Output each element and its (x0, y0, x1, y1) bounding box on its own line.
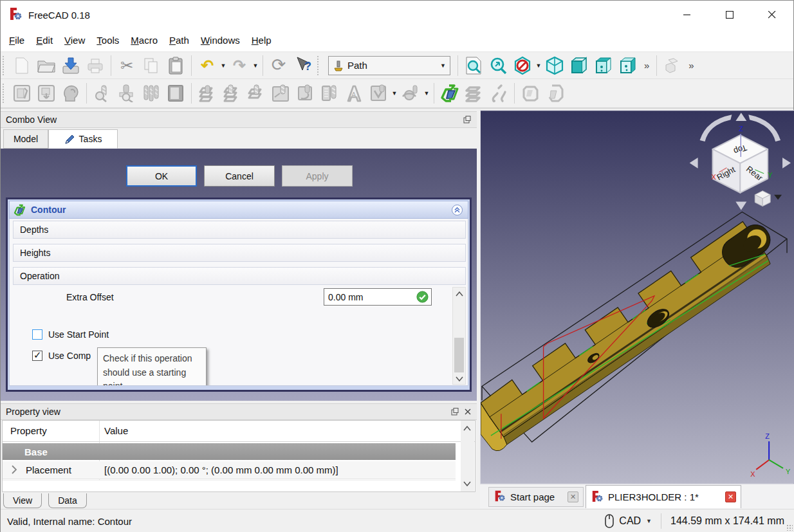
group-depths[interactable]: Depths (13, 221, 466, 239)
nav-style-selector[interactable]: CAD (619, 515, 641, 527)
path-stop-button[interactable] (542, 82, 567, 105)
use-start-point-row[interactable]: Use Start Point (32, 329, 109, 340)
maximize-button[interactable] (708, 1, 751, 29)
float-panel-icon[interactable] (451, 408, 459, 416)
minimize-button[interactable] (666, 1, 708, 29)
menu-tools[interactable]: Tools (91, 31, 125, 50)
zoom-selection-button[interactable] (486, 54, 510, 77)
path-shape-button[interactable] (486, 82, 511, 105)
close-tab-icon[interactable]: ✕ (725, 491, 736, 502)
3d-viewport[interactable]: Top Right Rear Z X Y Z X Y (480, 110, 794, 484)
path-vcarve-dropdown[interactable]: ▼ (391, 90, 398, 96)
scroll-down-icon[interactable] (461, 477, 473, 490)
use-compensation-checkbox[interactable] (32, 351, 42, 361)
toolbar-grip[interactable] (317, 56, 322, 75)
path-face-button[interactable] (268, 82, 293, 105)
nav-style-dropdown-icon[interactable]: ▼ (646, 518, 652, 524)
tab-tasks[interactable]: Tasks (48, 129, 118, 149)
view-isometric-button[interactable] (542, 54, 567, 77)
float-panel-icon[interactable] (463, 116, 471, 124)
property-scrollbar[interactable] (461, 421, 474, 491)
path-surface-dropdown[interactable]: ▼ (423, 90, 430, 96)
path-sanity-button[interactable] (90, 82, 115, 105)
path-toolbit-button[interactable] (139, 82, 163, 105)
toolbar-grip[interactable] (3, 56, 8, 75)
draw-style-button[interactable] (510, 54, 535, 77)
path-array-button[interactable] (462, 82, 486, 105)
group-row-base[interactable]: Base (3, 443, 456, 460)
path-adaptive-button[interactable] (317, 82, 342, 105)
copy-button[interactable] (139, 54, 163, 77)
apply-button[interactable]: Apply (282, 165, 353, 187)
open-document-button[interactable] (34, 54, 59, 77)
close-panel-icon[interactable] (465, 408, 471, 415)
undo-dropdown[interactable]: ▼ (219, 62, 227, 69)
ok-button[interactable]: OK (126, 165, 197, 187)
path-simulator-button[interactable] (115, 82, 139, 105)
path-profile-button[interactable] (195, 82, 219, 105)
whats-this-button[interactable]: ? (291, 54, 315, 77)
scrollbar-thumb[interactable] (454, 338, 464, 372)
tab-view[interactable]: View (3, 493, 42, 508)
scroll-up-icon[interactable] (461, 422, 473, 435)
path-pocket-button[interactable] (219, 82, 244, 105)
extra-offset-input[interactable]: 0.00 mm (324, 288, 432, 306)
menu-macro[interactable]: Macro (125, 31, 163, 50)
view-top-button[interactable] (591, 54, 616, 77)
group-operation[interactable]: Operation (13, 267, 466, 285)
group-heights[interactable]: Heights (13, 244, 466, 262)
new-document-button[interactable] (10, 54, 34, 77)
path-job-button[interactable] (10, 82, 34, 105)
column-value[interactable]: Value (104, 425, 128, 436)
property-row-placement[interactable]: Placement [(0.00 0.00 1.00); 0.00 °; (0.… (3, 461, 456, 479)
redo-button[interactable]: ↷ (227, 54, 252, 77)
contour-section-header[interactable]: Contour (9, 201, 468, 219)
path-engrave-button[interactable]: A (342, 82, 366, 105)
path-comment-button[interactable] (518, 82, 542, 105)
menu-help[interactable]: Help (246, 31, 277, 50)
close-button[interactable] (751, 1, 793, 29)
scroll-down-icon[interactable] (453, 372, 465, 385)
view-right-button[interactable] (616, 54, 640, 77)
toolbar-grip[interactable] (3, 84, 8, 103)
paste-button[interactable] (163, 54, 188, 77)
workbench-selector[interactable]: Path ▼ (328, 56, 450, 75)
path-contour-button[interactable] (438, 82, 462, 105)
menu-edit[interactable]: Edit (30, 31, 59, 50)
resize-grip[interactable] (786, 524, 793, 531)
path-helix-button[interactable] (293, 82, 317, 105)
use-compensation-row[interactable]: Use Comp (32, 351, 91, 361)
undo-button[interactable]: ↶ (195, 54, 219, 77)
cut-button[interactable]: ✂ (115, 54, 139, 77)
refresh-button[interactable]: ⟳ (266, 54, 291, 77)
menu-file[interactable]: File (3, 31, 30, 50)
path-export-button[interactable] (34, 82, 59, 105)
view-front-button[interactable] (567, 54, 591, 77)
print-button[interactable] (83, 54, 107, 77)
menu-path[interactable]: Path (163, 31, 195, 50)
path-inspect-button[interactable] (59, 82, 83, 105)
save-button[interactable] (59, 54, 83, 77)
path-vcarve-button[interactable] (366, 82, 391, 105)
menu-view[interactable]: View (59, 31, 91, 50)
draw-style-dropdown[interactable]: ▼ (535, 62, 542, 69)
path-drilling-button[interactable] (244, 82, 268, 105)
tab-plier3holder[interactable]: PLIER3HOLDER : 1* ✕ (586, 485, 741, 508)
tab-data[interactable]: Data (48, 493, 87, 508)
path-surface-button[interactable] (398, 82, 423, 105)
toolbar-overflow[interactable]: » (685, 60, 697, 71)
path-toollibrary-button[interactable] (163, 82, 188, 105)
tab-model[interactable]: Model (3, 129, 48, 149)
scroll-up-icon[interactable] (453, 288, 465, 300)
tab-start-page[interactable]: Start page ✕ (488, 487, 584, 507)
column-property[interactable]: Property (10, 425, 47, 436)
part-tools-button[interactable] (660, 54, 685, 77)
fit-all-button[interactable] (461, 54, 486, 77)
menu-windows[interactable]: Windows (195, 31, 246, 50)
collapse-section-button[interactable] (452, 205, 463, 216)
redo-dropdown[interactable]: ▼ (252, 62, 259, 69)
property-view-titlebar[interactable]: Property view (1, 403, 477, 420)
use-start-point-checkbox[interactable] (32, 329, 42, 340)
operation-scrollbar[interactable] (452, 287, 466, 385)
toolbar-overflow[interactable]: » (640, 60, 653, 71)
